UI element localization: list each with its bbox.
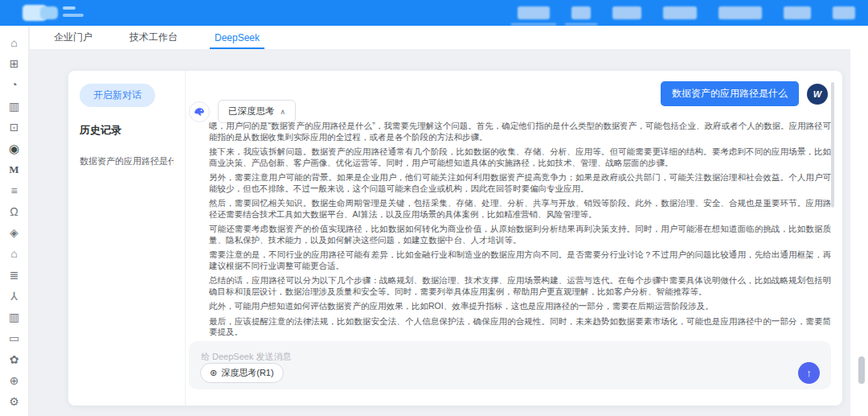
assistant-row: 已深度思考 ∧	[189, 100, 296, 123]
page-scrollbar-track	[850, 26, 868, 416]
send-button[interactable]: ↑	[798, 362, 820, 384]
barcode-icon[interactable]: ▥	[6, 98, 23, 114]
app-window: ⌂⊞◔▥⊡◉M≡Ω◈⌂≣⅄▥▭✿⊕⚙ 企业门户技术工作台DeepSeek 开启新…	[0, 0, 868, 416]
history-item[interactable]: 数据资产的应用路径是什么	[80, 155, 174, 167]
reasoning-paragraph: 总结的话，应用路径可以分为以下几个步骤：战略规划、数据治理、技术支撑、应用场景构…	[209, 275, 831, 297]
message-input[interactable]: 给 DeepSeek 发送消息	[189, 341, 831, 364]
reasoning-paragraph: 嗯，用户问的是“数据资产的应用路径是什么”，我需要先理解这个问题。首先，确定他们…	[209, 121, 831, 142]
m-app-icon[interactable]: M	[6, 161, 23, 177]
org-structure-icon[interactable]: ⊞	[6, 56, 23, 72]
layers-icon[interactable]: ≣	[6, 267, 23, 283]
tab-技术工作台[interactable]: 技术工作台	[125, 26, 182, 49]
tab-企业门户[interactable]: 企业门户	[49, 26, 97, 49]
reasoning-paragraph: 最后，应该提醒注意的法律法规，比如数据安全法、个人信息保护法，确保应用的合规性。…	[209, 316, 831, 338]
arrow-up-icon: ↑	[806, 367, 812, 379]
composer: 给 DeepSeek 发送消息 ⊛ 深度思考(R1) ↑	[189, 341, 831, 389]
user-icon[interactable]: Ω	[6, 204, 23, 220]
reasoning-paragraph: 需要注意的是，不同行业的应用路径可能有差异，比如金融行业和制造业的数据应用方向不…	[209, 249, 831, 271]
logo-text-redacted	[63, 6, 84, 17]
user-message-row: 数据资产的应用路径是什么 W	[661, 81, 828, 106]
globe-icon[interactable]: ⊕	[6, 373, 23, 389]
history-panel: 开启新对话 历史记录 数据资产的应用路径是什么	[68, 71, 186, 406]
tab-bar: 企业门户技术工作台DeepSeek	[30, 26, 868, 50]
globe-dark-icon[interactable]: ◉	[6, 140, 23, 156]
tab-deepseek[interactable]: DeepSeek	[210, 26, 264, 49]
history-title: 历史记录	[80, 123, 174, 138]
pie-chart-icon[interactable]: ◔	[6, 76, 23, 93]
home-alt-icon[interactable]: ⌂	[6, 245, 23, 262]
chat-scrollbar[interactable]	[831, 82, 834, 208]
topbar-menu-item-redacted[interactable]	[784, 6, 811, 19]
topbar-menu-item-redacted[interactable]	[833, 6, 855, 19]
topbar-menu-item-redacted[interactable]	[719, 6, 762, 19]
user-message: 数据资产的应用路径是什么	[661, 81, 799, 106]
app-logo	[23, 5, 59, 21]
reasoning-paragraph: 然后，需要回忆相关知识。数据生命周期管理是关键，包括采集、存储、处理、分析、共享…	[209, 198, 831, 220]
page-scrollbar[interactable]	[858, 356, 865, 384]
chat-card: 开启新对话 历史记录 数据资产的应用路径是什么 数据资产的应用路径是什么 W	[68, 71, 842, 406]
deep-think-label: 深度思考(R1)	[221, 367, 273, 379]
topbar	[0, 0, 868, 26]
deep-think-icon: ⊛	[210, 368, 217, 378]
shield-icon[interactable]: ◈	[6, 224, 23, 241]
topbar-menu-item-redacted[interactable]	[612, 6, 641, 19]
card-add-icon[interactable]: ⊡	[6, 119, 23, 135]
list-icon[interactable]: ≡	[6, 183, 23, 199]
home-icon[interactable]: ⌂	[6, 35, 23, 51]
sitemap-icon[interactable]: ⅄	[6, 288, 23, 304]
topbar-menu-item-redacted[interactable]	[571, 6, 591, 19]
input-placeholder: 给 DeepSeek 发送消息	[201, 352, 291, 361]
topbar-menu-item-redacted[interactable]	[663, 6, 697, 19]
flower-badge-icon[interactable]: ✿	[6, 352, 23, 368]
user-avatar: W	[807, 84, 828, 105]
reasoning-paragraph: 另外，需要注意用户可能的背景。如果是企业用户，他们可能关注如何利用数据资产提高竞…	[209, 172, 831, 194]
left-sidebar: ⌂⊞◔▥⊡◉M≡Ω◈⌂≣⅄▥▭✿⊕⚙	[0, 26, 29, 416]
barcode-alt-icon[interactable]: ▥	[6, 309, 23, 325]
reasoning-paragraph: 此外，可能用户想知道如何评估数据资产的应用效果，比如ROI、效率提升指标，这也是…	[209, 301, 831, 312]
new-chat-button[interactable]: 开启新对话	[80, 84, 155, 107]
gear-icon[interactable]: ⚙	[6, 393, 23, 410]
topbar-menu	[518, 0, 855, 26]
deep-thought-toggle[interactable]: 已深度思考 ∧	[218, 100, 296, 123]
reasoning-paragraph: 接下来，我应该拆解问题。数据资产的应用路径通常有几个阶段，比如数据的收集、存储、…	[209, 146, 831, 168]
content-area: 开启新对话 历史记录 数据资产的应用路径是什么 数据资产的应用路径是什么 W	[30, 50, 850, 416]
chat-panel: 数据资产的应用路径是什么 W 已深度思考 ∧ 嗯，用户问的	[186, 71, 842, 406]
deep-think-r1-button[interactable]: ⊛ 深度思考(R1)	[200, 363, 284, 383]
topbar-menu-item-redacted[interactable]	[518, 6, 550, 19]
folder-icon[interactable]: ▭	[6, 330, 23, 346]
reasoning-paragraph: 可能还需要考虑数据资产的价值实现路径，比如数据如何转化为商业价值，从原始数据到分…	[209, 224, 831, 245]
history-list: 数据资产的应用路径是什么	[80, 155, 174, 167]
deepseek-whale-icon	[189, 101, 210, 122]
deep-thought-label: 已深度思考	[228, 105, 275, 117]
chevron-up-icon: ∧	[280, 108, 286, 116]
reasoning-text: 嗯，用户问的是“数据资产的应用路径是什么”，我需要先理解这个问题。首先，确定他们…	[209, 121, 831, 338]
